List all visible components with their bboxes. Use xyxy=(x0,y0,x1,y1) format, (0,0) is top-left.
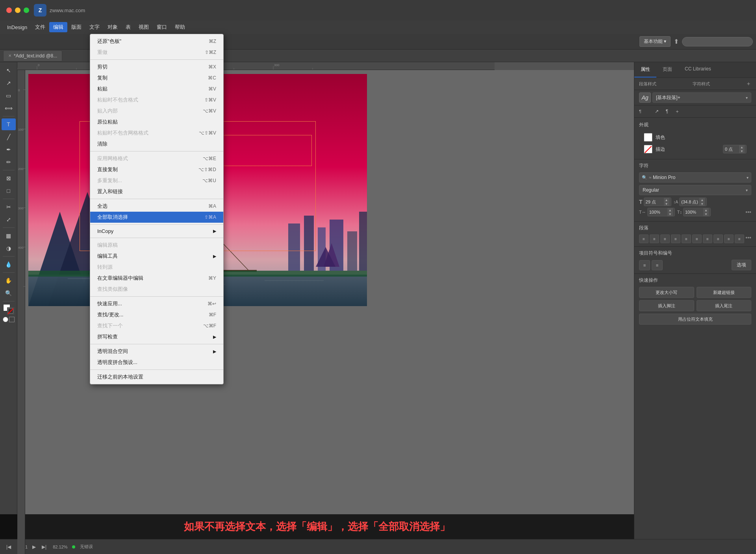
stroke-num-input[interactable]: 0 点 ▲ ▼ xyxy=(723,145,747,153)
insert-endnote-btn[interactable]: 插入尾注 xyxy=(697,300,752,311)
menu-item-migrate-settings[interactable]: 迁移之前的本地设置 xyxy=(90,371,223,382)
stroke-down-btn[interactable]: ▼ xyxy=(739,149,745,153)
search-input[interactable] xyxy=(682,37,753,46)
scale-v-down-btn[interactable]: ▼ xyxy=(703,212,709,216)
menu-type[interactable]: 文字 xyxy=(85,22,104,32)
zoom-tool[interactable]: 🔍 xyxy=(2,287,16,299)
normal-mode-btn[interactable] xyxy=(3,317,8,322)
gradient-feather-tool[interactable]: ◑ xyxy=(2,242,16,254)
menu-item-place-link[interactable]: 置入和链接 xyxy=(90,186,223,197)
bullets-options-btn[interactable]: 选项 xyxy=(732,260,751,270)
page-tool[interactable]: ▭ xyxy=(2,90,16,102)
menu-item-deselect-all[interactable]: 全部取消选择 ⇧⌘A xyxy=(90,212,223,223)
leading-up-btn[interactable]: ▲ xyxy=(699,198,705,202)
add-para-btn[interactable]: ＋ xyxy=(673,107,682,116)
para-more-btn[interactable]: ••• xyxy=(745,235,751,243)
align-justify-btn[interactable]: ≡ xyxy=(671,235,680,243)
align-center-j-btn[interactable]: ≡ xyxy=(703,235,712,243)
new-hyperlink-btn[interactable]: 新建超链接 xyxy=(697,287,752,298)
fill-stroke-indicator[interactable] xyxy=(3,304,14,314)
menu-item-copy[interactable]: 复制 ⌘C xyxy=(90,72,223,83)
para-btn2[interactable]: ¶ xyxy=(663,107,671,116)
menu-item-paste-in-place[interactable]: 原位粘贴 xyxy=(90,116,223,127)
scale-h-down-btn[interactable]: ▼ xyxy=(667,212,673,216)
direct-selection-tool[interactable]: ↗ xyxy=(2,77,16,89)
menu-item-story-editor[interactable]: 在文章编辑器中编辑 ⌘Y xyxy=(90,273,223,284)
menu-file[interactable]: 文件 xyxy=(31,22,49,32)
ordered-list-btn[interactable]: ≡ xyxy=(652,260,663,270)
selection-tool[interactable]: ↖ xyxy=(2,65,16,76)
font-search-row[interactable]: 🔍 ≈ Minion Pro ▾ xyxy=(639,172,751,183)
document-tab[interactable]: ✕ *Add_text.indd @8... xyxy=(3,50,62,61)
size-up-btn[interactable]: ▲ xyxy=(664,198,669,202)
align-left-j-btn[interactable]: ≡ xyxy=(692,235,702,243)
hand-tool[interactable]: ✋ xyxy=(2,275,16,286)
tab-cc-libraries[interactable]: CC Libraries xyxy=(678,62,717,78)
last-page-btn[interactable]: ▶| xyxy=(40,543,48,551)
align-japanese2-btn[interactable]: ≡ xyxy=(735,235,744,243)
menu-indesign[interactable]: InDesign xyxy=(3,23,31,32)
add-style-icon[interactable]: ＋ xyxy=(746,80,751,87)
align-justify-all-btn[interactable]: ≡ xyxy=(682,235,691,243)
eyedropper-tool[interactable]: 💧 xyxy=(2,259,16,270)
align-left-btn[interactable]: ≡ xyxy=(639,235,649,243)
menu-item-spell-check[interactable]: 拼写检查 ▶ xyxy=(90,331,223,342)
scissors-tool[interactable]: ✂ xyxy=(2,201,16,213)
leading-input[interactable]: (34.8 点) ▲ ▼ xyxy=(679,198,707,206)
close-button[interactable] xyxy=(6,7,12,13)
menu-item-select-all[interactable]: 全选 ⌘A xyxy=(90,201,223,212)
menu-item-clear[interactable]: 清除 xyxy=(90,138,223,150)
tab-pages[interactable]: 页面 xyxy=(656,62,678,78)
align-japanese-btn[interactable]: ≡ xyxy=(724,235,734,243)
menu-window[interactable]: 窗口 xyxy=(153,22,171,32)
scale-h-input[interactable]: 100% ▲ ▼ xyxy=(647,208,675,216)
menu-object[interactable]: 对象 xyxy=(104,22,122,32)
menu-item-duplicate[interactable]: 直接复制 ⌥⇧⌘D xyxy=(90,164,223,175)
menu-help[interactable]: 帮助 xyxy=(171,22,189,32)
font-style-dropdown[interactable]: Regular ▾ xyxy=(639,185,751,195)
placeholder-fill-btn[interactable]: 用占位符文本填充 xyxy=(639,314,751,325)
menu-item-undo[interactable]: 还原"色板" ⌘Z xyxy=(90,36,223,47)
first-page-btn[interactable]: |◀ xyxy=(5,543,13,551)
menu-item-quick-apply[interactable]: 快速应用... ⌘↩ xyxy=(90,298,223,309)
menu-table[interactable]: 表 xyxy=(122,22,135,32)
rectangle-tool[interactable]: □ xyxy=(2,185,16,197)
menu-layout[interactable]: 版面 xyxy=(67,22,85,32)
leading-down-btn[interactable]: ▼ xyxy=(699,202,705,206)
pen-tool[interactable]: ✒ xyxy=(2,144,16,155)
scale-v-up-btn[interactable]: ▲ xyxy=(703,208,709,212)
char-more-btn[interactable]: ••• xyxy=(745,209,751,215)
menu-item-blend-space[interactable]: 透明混合空间 ▶ xyxy=(90,346,223,357)
font-size-input[interactable]: 29 点 ▲ ▼ xyxy=(644,198,671,206)
para-style-dropdown[interactable]: [基本段落]+ ▾ xyxy=(652,92,751,103)
align-right-j-btn[interactable]: ≡ xyxy=(713,235,723,243)
preview-mode-btn[interactable] xyxy=(9,317,15,322)
scale-v-input[interactable]: 100% ▲ ▼ xyxy=(683,208,711,216)
align-right-btn[interactable]: ≡ xyxy=(660,235,670,243)
gradient-tool[interactable]: ▦ xyxy=(2,230,16,242)
menu-item-find-replace[interactable]: 查找/更改... ⌘F xyxy=(90,309,223,320)
menu-item-incopy[interactable]: InCopy ▶ xyxy=(90,226,223,236)
share-icon[interactable]: ⬆ xyxy=(674,38,679,45)
insert-footnote-btn[interactable]: 插入脚注 xyxy=(639,300,694,311)
menu-edit[interactable]: 编辑 xyxy=(49,22,67,32)
menu-item-paste[interactable]: 粘贴 ⌘V xyxy=(90,83,223,94)
tab-properties[interactable]: 属性 xyxy=(634,62,656,78)
line-tool[interactable]: ╱ xyxy=(2,131,16,143)
maximize-button[interactable] xyxy=(24,7,29,13)
scale-h-up-btn[interactable]: ▲ xyxy=(667,208,673,212)
workspace-btn[interactable]: 基本功能 ▾ xyxy=(639,36,671,47)
change-case-btn[interactable]: 更改大小写 xyxy=(639,287,694,298)
menu-item-edit-tools[interactable]: 编辑工具 ▶ xyxy=(90,251,223,262)
stroke-swatch[interactable] xyxy=(644,145,652,153)
pencil-tool[interactable]: ✏ xyxy=(2,156,16,168)
tab-close-btn[interactable]: ✕ xyxy=(8,54,11,58)
unordered-list-btn[interactable]: ≡ xyxy=(639,260,650,270)
next-page-btn[interactable]: ▶ xyxy=(30,543,38,551)
size-down-btn[interactable]: ▼ xyxy=(664,202,669,206)
menu-item-cut[interactable]: 剪切 ⌘X xyxy=(90,61,223,72)
free-transform-tool[interactable]: ⤢ xyxy=(2,214,16,225)
menu-item-flatten-preset[interactable]: 透明度拼合预设... xyxy=(90,357,223,368)
linked-para-btn[interactable]: ↗ xyxy=(652,107,661,116)
minimize-button[interactable] xyxy=(15,7,20,13)
